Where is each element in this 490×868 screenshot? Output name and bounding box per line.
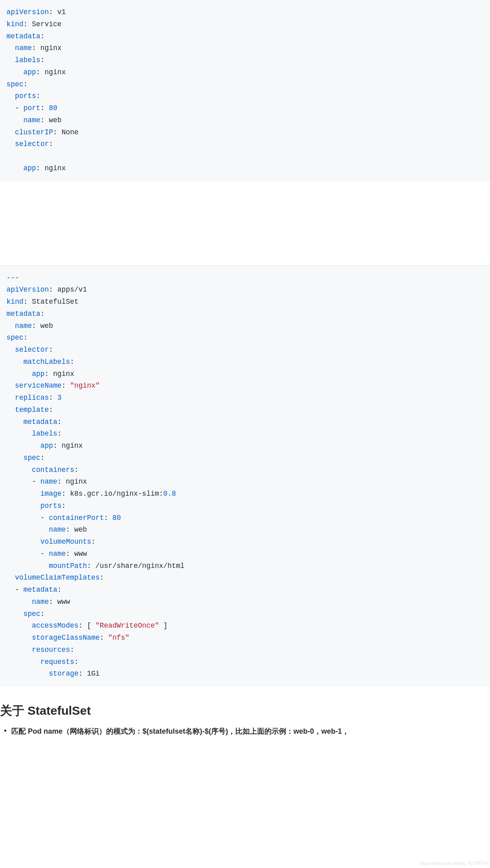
yaml-service-block: apiVersion: v1 kind: Service metadata: n… [0,0,490,181]
yaml-statefulset-block: --- apiVersion: apps/v1 kind: StatefulSe… [0,266,490,687]
bullet-item: 匹配 Pod name（网络标识）的模式为：$(statefulset名称)-$… [0,725,490,736]
separator-gap [0,181,490,266]
section-heading-statefulset: 关于 StatefulSet [0,686,490,725]
